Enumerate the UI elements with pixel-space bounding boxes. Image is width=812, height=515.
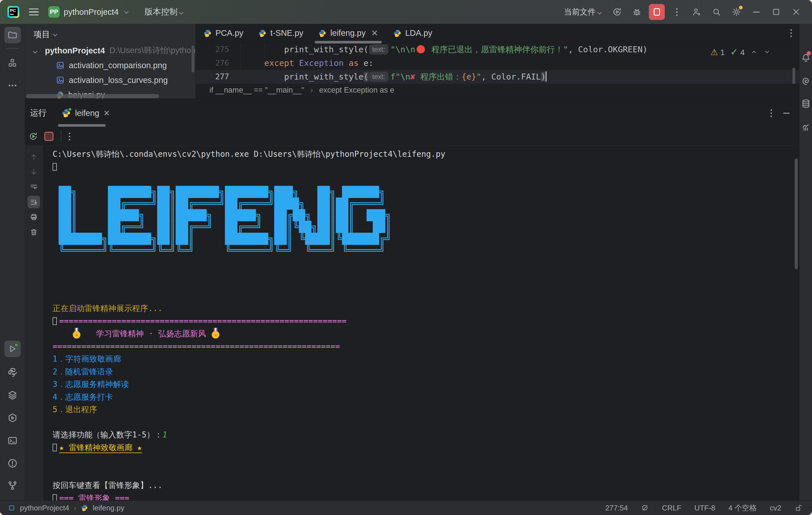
project-selector[interactable]: PP pythonProject4 xyxy=(48,6,127,18)
services-tool-button[interactable] xyxy=(4,410,21,426)
console-line xyxy=(53,161,799,174)
console-output[interactable]: C:\Users\韩诗怡\.conda\envs\cv2\python.exe … xyxy=(42,146,799,501)
code-area[interactable]: 275 print_with_style(text:"\n\n 程序已退出，愿雷… xyxy=(196,42,799,84)
minimize-button[interactable] xyxy=(748,4,764,20)
warning-count: 1 xyxy=(720,48,725,57)
print-button[interactable] xyxy=(28,211,40,223)
tree-row-file[interactable]: activation_loss_curves.png xyxy=(25,73,196,88)
interpreter[interactable]: cv2 xyxy=(770,504,781,512)
file-encoding[interactable]: UTF-8 xyxy=(694,504,715,512)
chevron-down-icon[interactable] xyxy=(763,48,771,56)
inspection-widget[interactable]: ⚠ 1 ✓ 4 xyxy=(710,47,771,57)
main-menu-icon[interactable] xyxy=(29,8,39,16)
run-panel-title[interactable]: 运行 xyxy=(30,108,47,119)
tab-options-button[interactable] xyxy=(790,29,792,37)
python-console-tool-button[interactable] xyxy=(4,364,21,381)
run-tool-button[interactable] xyxy=(4,341,21,357)
terminal-tool-button[interactable] xyxy=(4,432,21,449)
run-toolbar xyxy=(25,127,799,146)
toolbar-separator xyxy=(61,130,61,143)
rerun-button[interactable] xyxy=(28,131,38,141)
project-tool-button[interactable] xyxy=(4,27,21,43)
chevron-expanded-icon[interactable] xyxy=(31,46,36,55)
up-arrow-icon xyxy=(30,153,38,161)
run-tab-leifeng[interactable]: leifeng ✕ xyxy=(61,99,110,127)
python-packages-tool-button[interactable] xyxy=(4,387,21,403)
next-occurrence-button[interactable] xyxy=(28,165,40,178)
tab-lda[interactable]: LDA.py xyxy=(386,24,440,42)
run-configuration-selector[interactable]: 当前文件 xyxy=(564,6,601,17)
run-options-button[interactable] xyxy=(771,109,772,117)
tab-leifeng-active[interactable]: leifeng.py ✕ xyxy=(311,24,385,42)
search-everywhere-button[interactable] xyxy=(708,4,724,20)
rerun-button[interactable] xyxy=(609,4,625,20)
bug-icon xyxy=(632,7,642,17)
scroll-to-end-button[interactable] xyxy=(28,196,40,208)
tree-row-root[interactable]: pythonProject4 D:\Users\韩诗怡\python xyxy=(25,43,196,58)
close-tab-icon[interactable]: ✕ xyxy=(371,28,378,38)
line-separator[interactable]: CRLF xyxy=(662,504,681,512)
chevron-down-icon xyxy=(598,10,602,15)
settings-button[interactable] xyxy=(728,4,744,20)
prev-occurrence-button[interactable] xyxy=(28,151,40,163)
chevron-up-icon[interactable] xyxy=(750,48,758,56)
stop-button[interactable] xyxy=(649,4,665,20)
console-scrollbar[interactable] xyxy=(795,158,798,269)
notifications-button[interactable] xyxy=(800,50,812,66)
passed-count: 4 xyxy=(740,48,745,57)
tab-label: t-SNE.py xyxy=(270,28,303,38)
tab-tsne[interactable]: t-SNE.py xyxy=(251,24,311,42)
more-tool-windows-button[interactable] xyxy=(4,77,21,94)
problems-tool-button[interactable] xyxy=(4,455,21,472)
more-button[interactable] xyxy=(69,133,70,140)
code-with-me-button[interactable] xyxy=(689,4,704,20)
clear-console-button[interactable] xyxy=(28,226,40,238)
close-button[interactable] xyxy=(788,4,804,20)
caret-position[interactable]: 277:54 xyxy=(605,504,628,512)
tree-row-file[interactable]: activation_comparison.png xyxy=(25,58,196,73)
git-branch-icon xyxy=(7,480,18,491)
debug-button[interactable] xyxy=(629,4,645,20)
prompt-text: 请选择功能（输入数字1-5）： xyxy=(53,430,163,440)
version-control-tool-button[interactable] xyxy=(4,477,21,494)
more-actions-button[interactable] xyxy=(669,4,685,20)
editor-tab-bar: PCA.py t-SNE.py leifeng.py ✕ xyxy=(196,24,799,42)
maximize-button[interactable] xyxy=(768,4,784,20)
close-tab-icon[interactable]: ✕ xyxy=(103,109,110,118)
close-icon xyxy=(791,7,801,17)
breadcrumb-item[interactable]: if __name__ == "__main__" xyxy=(209,86,304,95)
console-divider-line: ========================================… xyxy=(53,315,799,328)
trash-icon xyxy=(30,228,38,236)
highlighting-off-icon[interactable] xyxy=(641,504,649,512)
code-line-current: 277 print_with_style(text:f"\n✘ 程序出错：{e}… xyxy=(196,70,799,84)
vertical-scrollbar[interactable] xyxy=(192,46,195,72)
indent-setting[interactable]: 4 个空格 xyxy=(728,503,757,513)
console-section-line: === 雷锋形象 === xyxy=(53,492,799,501)
stop-button[interactable] xyxy=(44,132,53,141)
horizontal-scrollbar[interactable] xyxy=(26,94,159,98)
plots-button[interactable] xyxy=(800,119,812,135)
add-user-icon xyxy=(692,7,702,17)
printer-icon xyxy=(30,213,38,221)
tab-pca[interactable]: PCA.py xyxy=(196,24,251,42)
structure-tool-button[interactable] xyxy=(4,55,21,71)
database-button[interactable] xyxy=(800,95,812,112)
run-tab-label: leifeng xyxy=(75,109,99,118)
editor-scrollbar[interactable] xyxy=(792,68,795,84)
status-file[interactable]: leifeng.py xyxy=(93,504,124,512)
breadcrumb-item[interactable]: except Exception as e xyxy=(319,86,394,95)
tab-label: leifeng.py xyxy=(330,28,366,38)
unlock-icon[interactable] xyxy=(794,504,802,512)
project-panel-header[interactable]: 项目 xyxy=(25,24,196,43)
soft-wrap-button[interactable] xyxy=(28,181,40,193)
breadcrumb: if __name__ == "__main__" › except Excep… xyxy=(196,84,799,97)
layers-icon xyxy=(7,390,18,400)
hide-panel-button[interactable] xyxy=(783,113,789,114)
status-project[interactable]: pythonProject4 xyxy=(20,504,69,512)
maximize-icon xyxy=(771,7,781,17)
menu-item: 2．随机雷锋语录 xyxy=(53,366,799,378)
ellipsis-icon xyxy=(7,81,18,91)
ai-assistant-button[interactable] xyxy=(800,73,812,89)
python-file-icon xyxy=(81,504,88,512)
vcs-widget[interactable]: 版本控制 xyxy=(144,6,182,18)
